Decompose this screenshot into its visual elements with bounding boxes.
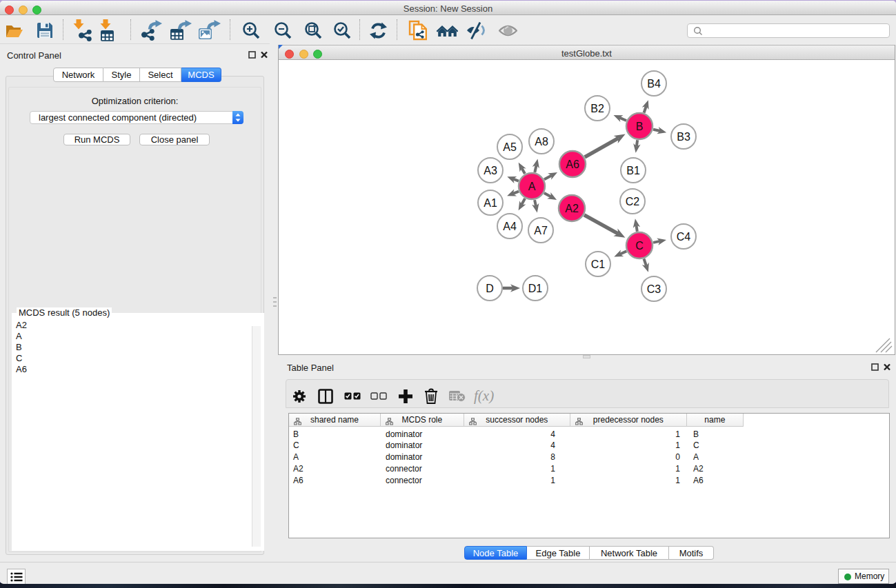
svg-text:C4: C4 (677, 231, 691, 243)
svg-text:A: A (528, 181, 536, 192)
svg-text:C1: C1 (591, 258, 606, 270)
svg-text:B1: B1 (626, 165, 640, 176)
svg-text:A2: A2 (565, 203, 579, 214)
svg-text:A1: A1 (484, 197, 497, 209)
svg-text:B2: B2 (590, 103, 604, 114)
svg-text:B4: B4 (647, 78, 661, 90)
svg-text:A7: A7 (534, 225, 548, 236)
svg-text:A8: A8 (535, 136, 548, 148)
svg-text:B3: B3 (677, 131, 690, 143)
svg-text:D1: D1 (528, 283, 543, 294)
svg-text:C: C (635, 240, 644, 252)
svg-text:A3: A3 (484, 165, 497, 176)
svg-text:C3: C3 (647, 283, 661, 295)
svg-text:A6: A6 (566, 159, 579, 170)
svg-text:C2: C2 (626, 196, 640, 207)
svg-text:A5: A5 (503, 141, 517, 153)
svg-text:B: B (636, 121, 644, 132)
svg-text:A4: A4 (503, 221, 517, 232)
svg-text:D: D (486, 283, 494, 294)
